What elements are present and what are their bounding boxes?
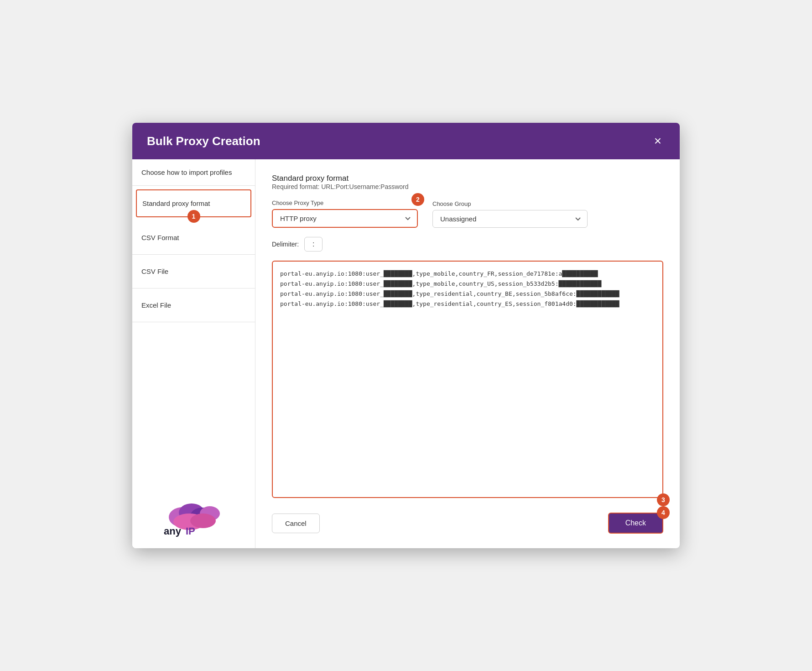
delimiter-value: : xyxy=(304,237,323,252)
section-header: Standard proxy format Required format: U… xyxy=(272,174,663,190)
sidebar-item-label-standard: Standard proxy format xyxy=(142,199,210,207)
section-subtitle: Required format: URL:Port:Username:Passw… xyxy=(272,183,663,190)
delimiter-label: Delimiter: xyxy=(272,241,299,248)
footer-row: Cancel Check 4 xyxy=(272,509,663,534)
sidebar-item-standard[interactable]: Standard proxy format 1 xyxy=(136,189,251,217)
group-select-group: Choose Group Unassigned xyxy=(432,200,588,228)
proxy-type-select[interactable]: HTTP proxy xyxy=(272,209,418,228)
sidebar-header: Choose how to import profiles xyxy=(132,159,255,186)
sidebar-item-label-excel-file: Excel File xyxy=(141,301,171,309)
sidebar-item-label-csv-file: CSV File xyxy=(141,267,168,275)
section-title: Standard proxy format xyxy=(272,174,663,183)
modal-body: Choose how to import profiles Standard p… xyxy=(132,159,680,548)
anyip-logo: any IP xyxy=(157,493,230,539)
main-content: Standard proxy format Required format: U… xyxy=(255,159,680,548)
proxy-textarea[interactable]: portal-eu.anyip.io:1080:user_████████,ty… xyxy=(272,261,663,498)
svg-text:IP: IP xyxy=(186,525,195,537)
group-select[interactable]: Unassigned xyxy=(432,210,588,228)
proxy-type-label: Choose Proxy Type xyxy=(272,199,418,206)
sidebar-item-label-csv-format: CSV Format xyxy=(141,234,179,241)
check-button-wrapper: Check 4 xyxy=(608,513,663,534)
bulk-proxy-modal: Bulk Proxy Creation × Choose how to impo… xyxy=(132,123,680,548)
group-label: Choose Group xyxy=(432,200,588,207)
sidebar-item-csv-format[interactable]: CSV Format xyxy=(132,221,255,255)
textarea-wrapper: portal-eu.anyip.io:1080:user_████████,ty… xyxy=(272,261,663,500)
step-badge-3: 3 xyxy=(657,493,670,506)
delimiter-row: Delimiter: : xyxy=(272,237,663,252)
sidebar-item-excel-file[interactable]: Excel File xyxy=(132,288,255,322)
sidebar: Choose how to import profiles Standard p… xyxy=(132,159,255,548)
modal-title: Bulk Proxy Creation xyxy=(147,134,260,148)
proxy-type-group: Choose Proxy Type HTTP proxy 2 xyxy=(272,199,418,228)
modal-header: Bulk Proxy Creation × xyxy=(132,123,680,159)
sidebar-item-csv-file[interactable]: CSV File xyxy=(132,255,255,288)
close-button[interactable]: × xyxy=(651,133,665,149)
check-button[interactable]: Check xyxy=(608,513,663,534)
step-badge-2: 2 xyxy=(411,193,424,206)
cancel-button[interactable]: Cancel xyxy=(272,514,320,533)
controls-row: Choose Proxy Type HTTP proxy 2 Choose Gr… xyxy=(272,199,663,228)
step-badge-4: 4 xyxy=(657,506,670,519)
svg-text:any: any xyxy=(164,525,182,537)
sidebar-logo: any IP xyxy=(132,480,255,548)
